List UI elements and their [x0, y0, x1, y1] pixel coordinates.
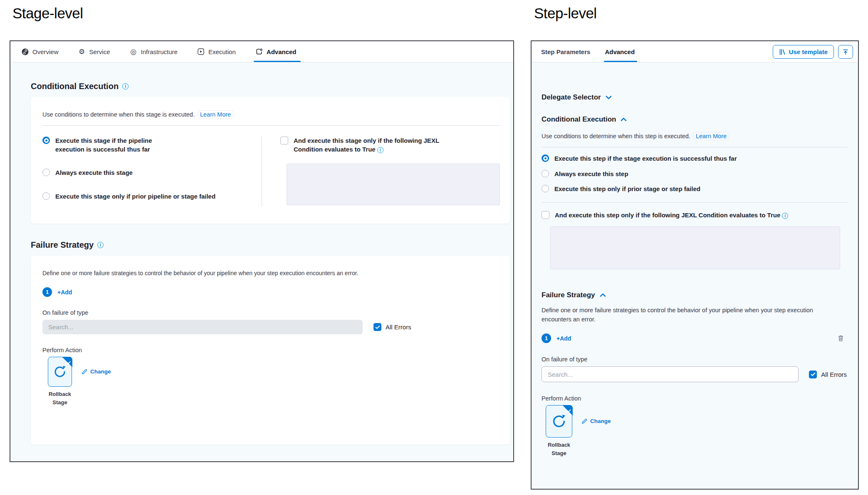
change-action-link[interactable]: Change [82, 368, 111, 375]
radio-label: Always execute this step [554, 170, 628, 179]
radio-label: Execute this stage only if prior pipelin… [55, 192, 215, 201]
strategy-count-badge[interactable]: 1 [542, 333, 551, 343]
infrastructure-icon: ◎ [130, 48, 137, 55]
jexl-condition-block: And execute this step only if the follow… [542, 211, 848, 271]
step-tabbar: Step Parameters Advanced Use template [532, 41, 858, 62]
jexl-condition-checkbox-row[interactable]: And execute this step only if the follow… [542, 211, 848, 220]
action-tile: Rollback Stage [42, 357, 77, 406]
jexl-condition-input[interactable] [287, 164, 500, 205]
description-text: Use conditions to determine when this st… [542, 133, 690, 139]
radio-execute-if-failed[interactable]: Execute this stage only if prior pipelin… [42, 192, 255, 201]
checkbox-checked-icon [809, 371, 817, 378]
tab-label: Service [89, 48, 110, 55]
radio-icon [42, 169, 50, 176]
heading-text: Delegate Selector [542, 93, 601, 102]
tab-label: Infrastructure [141, 48, 178, 55]
perform-action-row: Rollback Stage Change [542, 405, 848, 457]
radio-icon [542, 170, 549, 177]
strategy-badge-row: 1 +Add [542, 333, 848, 343]
conditional-execution-card: Use conditions to determine when this st… [31, 97, 510, 224]
radio-selected-icon [542, 154, 549, 162]
failure-type-search-input[interactable] [42, 320, 363, 334]
divider [542, 202, 848, 203]
divider [42, 125, 500, 126]
rollback-stage-action-card[interactable] [48, 357, 72, 387]
checkmark-icon [67, 358, 71, 366]
jexl-condition-block: And execute this stage only if the follo… [262, 137, 500, 207]
delegate-selector-heading[interactable]: Delegate Selector [542, 93, 848, 102]
gear-icon: ⚙ [78, 48, 86, 55]
conditional-execution-heading: Conditional Execution i [31, 82, 511, 91]
failure-strategy-heading: Failure Strategy i [31, 240, 511, 250]
tab-step-parameters[interactable]: Step Parameters [541, 41, 590, 62]
radio-icon [542, 185, 549, 192]
radio-execute-if-successful[interactable]: Execute this step if the stage execution… [542, 154, 848, 163]
action-name: Rollback Stage [548, 441, 570, 457]
step-level-title: Step-level [534, 5, 597, 22]
heading-text: Conditional Execution [542, 115, 616, 124]
radio-label: Execute this step only if prior stage or… [554, 185, 700, 194]
strategy-count-badge[interactable]: 1 [42, 287, 52, 297]
info-icon[interactable]: i [97, 242, 104, 248]
radio-execute-if-successful[interactable]: Execute this stage if the pipeline execu… [42, 137, 255, 154]
edit-pencil-icon [581, 418, 587, 424]
trash-icon [838, 335, 844, 342]
radio-label: Execute this stage if the pipeline execu… [55, 137, 183, 154]
change-action-link[interactable]: Change [581, 418, 611, 424]
info-icon[interactable]: i [122, 83, 129, 90]
conditional-description: Use conditions to determine when this st… [542, 133, 848, 139]
radio-always-execute[interactable]: Always execute this stage [42, 169, 255, 177]
apply-template-button[interactable] [838, 45, 853, 59]
rollback-icon [551, 413, 567, 429]
tab-label: Overview [32, 48, 59, 55]
conditional-execution-heading[interactable]: Conditional Execution [542, 115, 848, 124]
change-label: Change [590, 418, 611, 424]
jexl-label-text: And execute this stage only if the follo… [294, 137, 439, 153]
tab-advanced[interactable]: Advanced [255, 41, 297, 62]
delete-strategy-button[interactable] [838, 335, 844, 342]
failure-type-search-input[interactable] [542, 366, 799, 382]
tab-execution[interactable]: Execution [197, 41, 236, 62]
info-icon[interactable]: i [782, 213, 788, 219]
failure-strategy-heading[interactable]: Failure Strategy [542, 291, 848, 299]
active-tab-underline [604, 61, 637, 62]
failure-description: Define one or more failure strategies to… [42, 270, 500, 276]
tab-advanced[interactable]: Advanced [605, 41, 635, 62]
all-errors-checkbox-row[interactable]: All Errors [373, 323, 411, 331]
tab-overview[interactable]: Overview [21, 41, 59, 62]
tab-label: Execution [208, 48, 236, 55]
use-template-button[interactable]: Use template [773, 45, 834, 59]
all-errors-checkbox-row[interactable]: All Errors [809, 371, 847, 378]
learn-more-link[interactable]: Learn More [693, 132, 729, 140]
learn-more-link[interactable]: Learn More [198, 110, 233, 119]
checkbox-checked-icon [373, 323, 381, 331]
chevron-down-icon [606, 95, 612, 99]
jexl-condition-input[interactable] [550, 226, 840, 269]
info-icon[interactable]: i [377, 147, 383, 153]
checkbox-unchecked-icon [542, 211, 549, 219]
chevron-up-icon [621, 117, 627, 122]
all-errors-label: All Errors [821, 371, 847, 378]
radio-execute-if-failed[interactable]: Execute this step only if prior stage or… [542, 185, 848, 194]
checkmark-icon [567, 407, 571, 414]
jexl-label: And execute this step only if the follow… [555, 211, 788, 220]
apply-template-icon [842, 49, 849, 55]
failure-type-row: All Errors [542, 366, 848, 382]
radio-label: Always execute this stage [55, 169, 133, 177]
divider [542, 147, 848, 147]
add-strategy-button[interactable]: +Add [57, 289, 72, 296]
tab-label: Advanced [267, 48, 297, 55]
rollback-stage-action-card[interactable] [546, 405, 572, 438]
on-failure-label: On failure of type [42, 309, 500, 316]
action-name-line1: Rollback [548, 441, 570, 449]
add-strategy-button[interactable]: +Add [556, 335, 571, 342]
jexl-condition-checkbox-row[interactable]: And execute this stage only if the follo… [280, 137, 500, 154]
heading-text: Failure Strategy [542, 291, 595, 299]
failure-description: Define one or more failure strategies to… [542, 306, 833, 324]
tab-service[interactable]: ⚙ Service [78, 41, 110, 62]
tab-infrastructure[interactable]: ◎ Infrastructure [130, 41, 178, 62]
perform-action-label: Perform Action [542, 395, 848, 402]
radio-always-execute[interactable]: Always execute this step [542, 170, 848, 179]
stage-advanced-panel: Overview ⚙ Service ◎ Infrastructure Exec… [10, 40, 514, 462]
jexl-label: And execute this stage only if the follo… [294, 137, 460, 154]
